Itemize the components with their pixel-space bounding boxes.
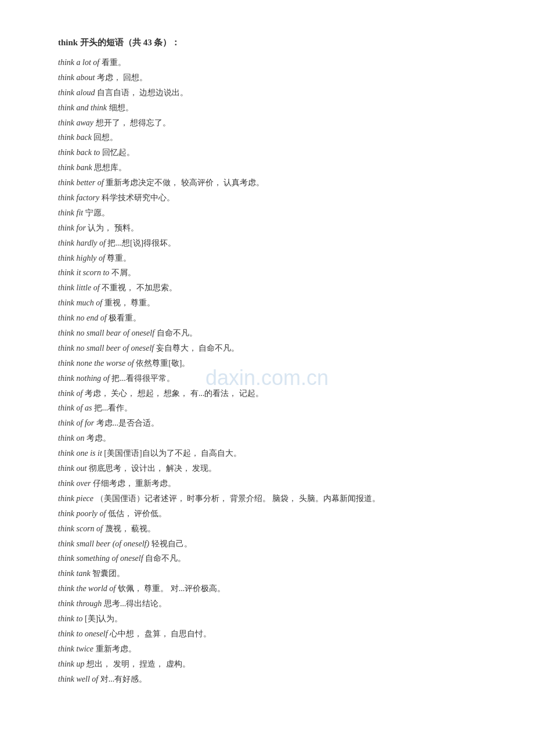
phrase: think bank: [58, 163, 92, 172]
list-item: think factory 科学技术研究中心。: [58, 190, 476, 206]
phrase: think scorn of: [58, 524, 103, 533]
meaning: 自命不凡。: [145, 554, 186, 563]
list-item: think away 想开了， 想得忘了。: [58, 116, 476, 131]
phrase: think out: [58, 464, 86, 473]
list-item: think scorn of 蔑视， 藐视。: [58, 521, 476, 537]
list-item: think fit 宁愿。: [58, 206, 476, 221]
phrase: think poorly of: [58, 509, 106, 518]
list-item: think nothing of 把...看得很平常。: [58, 371, 476, 386]
meaning: （美国俚语）记者述评， 时事分析， 背景介绍。 脑袋， 头脑。内幕新闻报道。: [96, 494, 380, 503]
meaning: 把...看作。: [94, 404, 133, 412]
title: think 开头的短语（共 43 条）：: [58, 35, 476, 51]
title-description: 开头的短语（共 43 条）：: [80, 38, 181, 47]
phrase: think aloud: [58, 88, 95, 97]
title-word: think: [58, 38, 78, 47]
list-item: think tank 智囊团。: [58, 566, 476, 581]
phrase: think a lot of: [58, 58, 99, 67]
list-item: think to [美]认为。: [58, 611, 476, 627]
meaning: 不重视， 不加思索。: [102, 283, 177, 292]
phrase: think for: [58, 224, 86, 232]
list-item: think through 思考...得出结论。: [58, 596, 476, 611]
meaning: 自言自语， 边想边说出。: [97, 88, 189, 97]
list-item: think better of 重新考虑决定不做， 较高评价， 认真考虑。: [58, 175, 476, 190]
meaning: 回忆起。: [102, 148, 135, 157]
list-item: think over 仔细考虑， 重新考虑。: [58, 476, 476, 491]
list-item: think it scorn to 不屑。: [58, 265, 476, 280]
phrase: think of as: [58, 404, 92, 412]
phrase: think piece: [58, 494, 93, 503]
meaning: 考虑...是否合适。: [96, 419, 160, 427]
phrase: think through: [58, 599, 102, 608]
phrase: think to: [58, 614, 82, 623]
phrase: think over: [58, 479, 91, 488]
meaning: 思想库。: [94, 163, 127, 172]
meaning: 极看重。: [109, 314, 141, 322]
phrase: think the world of: [58, 584, 116, 593]
phrase: think little of: [58, 283, 100, 292]
list-item: think out 彻底思考， 设计出， 解决， 发现。: [58, 461, 476, 476]
phrase: think tank: [58, 569, 91, 578]
list-item: think for 认为， 预料。: [58, 221, 476, 236]
meaning: 重视， 尊重。: [104, 298, 156, 307]
list-item: think back to 回忆起。: [58, 145, 476, 160]
meaning: 尊重。: [107, 254, 131, 262]
list-item: think no end of 极看重。: [58, 311, 476, 326]
meaning: 低估， 评价低。: [108, 509, 167, 518]
list-item: think one is it [美国俚语]自以为了不起， 自高自大。: [58, 446, 476, 461]
list-item: think none the worse of 依然尊重[敬]。: [58, 356, 476, 371]
list-item: think small beer (of oneself) 轻视自己。: [58, 537, 476, 552]
phrase: think back: [58, 133, 92, 142]
meaning: 考虑。: [86, 434, 111, 442]
meaning: 考虑， 关心， 想起， 想象， 有...的看法， 记起。: [85, 389, 264, 398]
list-item: think hardly of 把...想[说]得很坏。: [58, 236, 476, 251]
list-item: think twice 重新考虑。: [58, 642, 476, 657]
meaning: 认为， 预料。: [88, 224, 139, 232]
meaning: 仔细考虑， 重新考虑。: [93, 479, 176, 488]
list-item: think of for 考虑...是否合适。: [58, 416, 476, 431]
meaning: 自命不凡。: [157, 329, 197, 337]
phrase: think on: [58, 434, 85, 442]
meaning: [美国俚语]自以为了不起， 自高自大。: [104, 449, 241, 458]
phrase: think it scorn to: [58, 268, 109, 277]
list-item: think of as 把...看作。: [58, 401, 476, 416]
phrase: think well of: [58, 675, 98, 683]
phrase: think fit: [58, 208, 83, 217]
phrase: think factory: [58, 193, 99, 202]
meaning: 依然尊重[敬]。: [136, 359, 190, 368]
phrase: think away: [58, 118, 93, 127]
phrase: think one is it: [58, 449, 102, 458]
list-item: think and think 细想。: [58, 100, 476, 116]
phrase: think of for: [58, 419, 94, 427]
page-content: think 开头的短语（共 43 条）： think a lot of 看重。t…: [58, 35, 476, 686]
phrase: think no end of: [58, 314, 107, 322]
phrase: think hardly of: [58, 239, 106, 247]
meaning: 蔑视， 藐视。: [105, 524, 156, 533]
meaning: 轻视自己。: [151, 539, 192, 548]
meaning: 不屑。: [111, 268, 136, 277]
phrase: think and think: [58, 103, 107, 112]
meaning: 想开了， 想得忘了。: [96, 118, 171, 127]
phrase: think twice: [58, 645, 93, 653]
meaning: [美]认为。: [85, 614, 122, 623]
meaning: 心中想， 盘算， 自思自忖。: [110, 629, 211, 638]
list-item: think no small bear of oneself 自命不凡。: [58, 326, 476, 341]
phrase: think something of oneself: [58, 554, 143, 563]
list-item: think a lot of 看重。: [58, 55, 476, 70]
meaning: 智囊团。: [92, 569, 125, 578]
phrase: think small beer (of oneself): [58, 539, 149, 548]
list-item: think little of 不重视， 不加思索。: [58, 280, 476, 296]
meaning: 细想。: [109, 103, 134, 112]
list-item: think bank 思想库。: [58, 160, 476, 175]
meaning: 思考...得出结论。: [104, 599, 167, 608]
meaning: 对...有好感。: [100, 675, 147, 683]
meaning: 想出， 发明， 捏造， 虚构。: [86, 660, 190, 668]
list-item: think back 回想。: [58, 130, 476, 145]
phrase: think none the worse of: [58, 359, 134, 368]
meaning: 妄自尊大， 自命不凡。: [156, 344, 240, 352]
list-item: think piece （美国俚语）记者述评， 时事分析， 背景介绍。 脑袋， …: [58, 491, 476, 506]
list-item: think about 考虑， 回想。: [58, 70, 476, 85]
phrase: think back to: [58, 148, 100, 157]
phrase: think no small beer of oneself: [58, 344, 154, 352]
meaning: 宁愿。: [85, 208, 110, 217]
meaning: 重新考虑决定不做， 较高评价， 认真考虑。: [106, 178, 264, 187]
